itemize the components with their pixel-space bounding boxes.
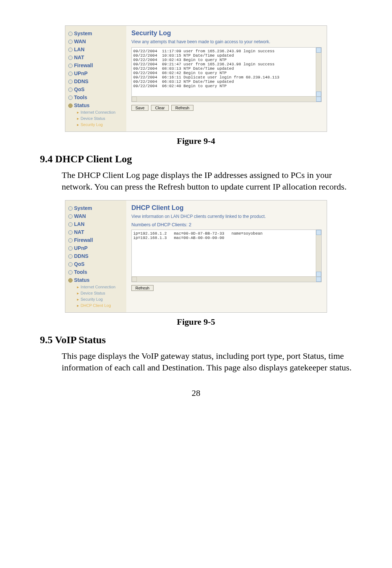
vertical-scrollbar[interactable] xyxy=(316,48,321,97)
button-row: Refresh xyxy=(131,285,322,291)
triangle-icon: ▸ xyxy=(77,110,79,114)
figure-caption: Figure 9-5 xyxy=(40,317,352,327)
nav-label: NAT xyxy=(74,229,84,235)
screenshot-security-log: System WAN LAN NAT Firewall UPnP DDNS Qo… xyxy=(65,25,327,132)
horizontal-scrollbar[interactable] xyxy=(132,96,321,102)
nav-wan[interactable]: WAN xyxy=(68,212,126,220)
page-title: Security Log xyxy=(131,29,322,37)
main-panel: Security Log View any attempts that have… xyxy=(126,26,327,131)
scroll-right-icon[interactable] xyxy=(316,277,321,282)
main-panel: DHCP Client Log View information on LAN … xyxy=(126,200,327,312)
subnav-internet-connection[interactable]: ▸Internet Connection xyxy=(77,109,126,115)
subnav-device-status[interactable]: ▸Device Status xyxy=(77,115,126,122)
triangle-icon: ▸ xyxy=(77,303,79,308)
subnav-label: DHCP Client Log xyxy=(81,303,111,308)
bullet-icon xyxy=(68,262,73,267)
log-content[interactable]: ip=192.168.1.2 mac=00-0D-87-BB-72-33 nam… xyxy=(132,230,321,276)
nav-firewall[interactable]: Firewall xyxy=(68,236,126,244)
nav-label: Status xyxy=(74,102,90,108)
button-row: Save Clear Refresh xyxy=(131,105,322,111)
bullet-icon xyxy=(68,270,73,275)
nav-label: Tools xyxy=(74,269,87,275)
clear-button[interactable]: Clear xyxy=(151,105,168,111)
nav-tools[interactable]: Tools xyxy=(68,93,126,101)
nav-label: WAN xyxy=(74,213,86,219)
scroll-up-icon[interactable] xyxy=(316,230,321,235)
nav-system[interactable]: System xyxy=(68,204,126,212)
nav-status[interactable]: Status xyxy=(68,276,126,284)
nav-label: Firewall xyxy=(74,237,93,243)
subnav-device-status[interactable]: ▸Device Status xyxy=(77,290,126,296)
nav-upnp[interactable]: UPnP xyxy=(68,244,126,252)
nav-wan[interactable]: WAN xyxy=(68,37,126,45)
subnav-security-log[interactable]: ▸Security Log xyxy=(77,122,126,128)
horizontal-scrollbar[interactable] xyxy=(132,276,321,282)
nav-upnp[interactable]: UPnP xyxy=(68,69,126,77)
nav-label: LAN xyxy=(74,46,85,52)
save-button[interactable]: Save xyxy=(131,105,148,111)
nav-label: NAT xyxy=(74,54,84,60)
bullet-icon xyxy=(68,214,73,219)
nav-nat[interactable]: NAT xyxy=(68,228,126,236)
subnav-label: Internet Connection xyxy=(81,285,115,289)
nav-nat[interactable]: NAT xyxy=(68,53,126,61)
body-paragraph-95: This page displays the VoIP gateway stat… xyxy=(62,350,352,374)
nav-label: UPnP xyxy=(74,70,87,76)
sidebar-nav: System WAN LAN NAT Firewall UPnP DDNS Qo… xyxy=(65,200,126,312)
nav-tools[interactable]: Tools xyxy=(68,268,126,276)
bullet-icon xyxy=(68,254,73,259)
scroll-down-icon[interactable] xyxy=(316,272,321,277)
nav-lan[interactable]: LAN xyxy=(68,220,126,228)
security-log-box: 09/22/2004 11:17:09 user from 165.236.24… xyxy=(131,47,322,102)
sidebar-nav: System WAN LAN NAT Firewall UPnP DDNS Qo… xyxy=(65,26,126,131)
dhcp-log-box: ip=192.168.1.2 mac=00-0D-87-BB-72-33 nam… xyxy=(131,230,322,282)
nav-label: UPnP xyxy=(74,245,87,251)
nav-label: DDNS xyxy=(74,253,89,259)
nav-lan[interactable]: LAN xyxy=(68,45,126,53)
refresh-button[interactable]: Refresh xyxy=(131,285,154,291)
bullet-expanded-icon xyxy=(68,104,73,108)
bullet-icon xyxy=(68,72,73,76)
nav-ddns[interactable]: DDNS xyxy=(68,77,126,85)
triangle-icon: ▸ xyxy=(77,297,79,301)
figure-caption: Figure 9-4 xyxy=(40,136,352,146)
triangle-icon: ▸ xyxy=(77,291,79,295)
subnav-label: Device Status xyxy=(81,291,105,295)
triangle-icon: ▸ xyxy=(77,122,79,127)
section-heading-94: 9.4 DHCP Client Log xyxy=(40,153,352,165)
scroll-up-icon[interactable] xyxy=(316,48,321,53)
bullet-icon xyxy=(68,64,73,68)
scroll-left-icon[interactable] xyxy=(132,97,137,102)
section-heading-95: 9.5 VoIP Status xyxy=(40,334,352,346)
bullet-icon xyxy=(68,32,73,36)
scroll-left-icon[interactable] xyxy=(132,277,137,282)
vertical-scrollbar[interactable] xyxy=(316,230,321,277)
page-title: DHCP Client Log xyxy=(131,204,322,212)
nav-status[interactable]: Status xyxy=(68,101,126,109)
subnav-security-log[interactable]: ▸Security Log xyxy=(77,296,126,303)
subnav-label: Device Status xyxy=(81,116,105,121)
bullet-icon xyxy=(68,222,73,227)
nav-system[interactable]: System xyxy=(68,29,126,37)
refresh-button[interactable]: Refresh xyxy=(171,105,193,111)
subnav-label: Security Log xyxy=(81,297,103,301)
subnav-internet-connection[interactable]: ▸Internet Connection xyxy=(77,284,126,290)
nav-label: QoS xyxy=(74,86,85,92)
bullet-expanded-icon xyxy=(68,278,73,283)
nav-qos[interactable]: QoS xyxy=(68,85,126,93)
nav-label: QoS xyxy=(74,261,85,267)
triangle-icon: ▸ xyxy=(77,285,79,289)
nav-ddns[interactable]: DDNS xyxy=(68,252,126,260)
scroll-right-icon[interactable] xyxy=(316,97,321,102)
nav-label: DDNS xyxy=(74,78,89,84)
log-content[interactable]: 09/22/2004 11:17:09 user from 165.236.24… xyxy=(132,48,321,96)
subnav-dhcp-client-log[interactable]: ▸DHCP Client Log xyxy=(77,303,126,309)
bullet-icon xyxy=(68,96,73,100)
bullet-icon xyxy=(68,246,73,251)
scroll-down-icon[interactable] xyxy=(316,92,321,97)
nav-qos[interactable]: QoS xyxy=(68,260,126,268)
page-subtitle: View information on LAN DHCP clients cur… xyxy=(131,214,322,219)
nav-firewall[interactable]: Firewall xyxy=(68,61,126,69)
screenshot-dhcp-client-log: System WAN LAN NAT Firewall UPnP DDNS Qo… xyxy=(65,200,327,313)
bullet-icon xyxy=(68,206,73,211)
